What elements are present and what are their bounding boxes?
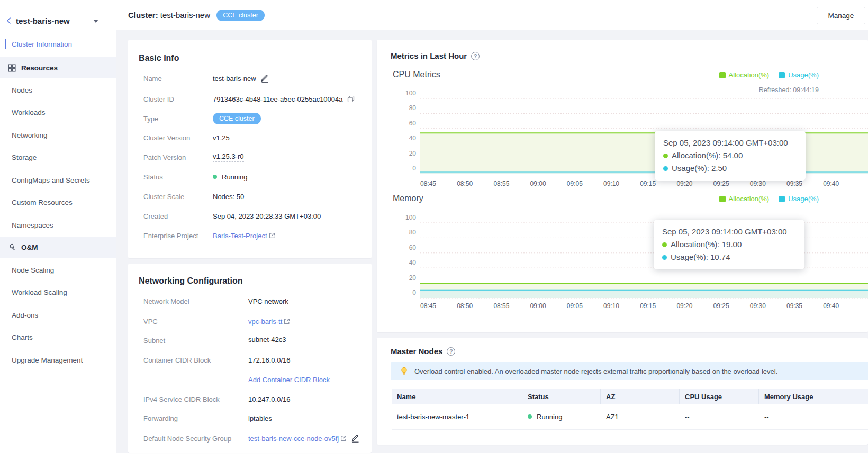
master-nodes-card: Master Nodes ? Overload control enabled.… xyxy=(377,338,868,445)
sidebar-section-om[interactable]: O&M xyxy=(0,237,116,258)
sidebar: test-baris-new Cluster Information Resou… xyxy=(0,0,116,460)
field-label: Patch Version xyxy=(143,154,213,161)
enterprise-project-link[interactable]: Baris-Test-Project xyxy=(213,232,267,240)
svg-text:60: 60 xyxy=(409,120,417,127)
cpu-chart-tooltip: Sep 05, 2023 09:14:00 GMT+03:00 Allocati… xyxy=(655,131,806,181)
svg-text:09:20: 09:20 xyxy=(676,302,692,310)
svg-text:20: 20 xyxy=(409,274,417,282)
tooltip-usage-value: Usage(%): 2.50 xyxy=(672,164,727,173)
master-node-cpu-usage: -- xyxy=(680,404,759,429)
svg-text:09:40: 09:40 xyxy=(823,302,839,310)
manage-button[interactable]: Manage xyxy=(817,7,865,24)
column-header-status[interactable]: Status xyxy=(522,389,601,404)
tooltip-allocation-line: Allocation(%): 19.00 xyxy=(662,238,796,251)
sidebar-item-workload-scaling[interactable]: Workload Scaling xyxy=(0,282,116,303)
column-header-name[interactable]: Name xyxy=(392,389,522,404)
svg-text:08:55: 08:55 xyxy=(493,302,509,310)
ipv4-cidr-value: 10.247.0.0/16 xyxy=(248,395,291,403)
networking-row-forwarding: Forwarding iptables xyxy=(143,412,360,425)
field-label: VPC xyxy=(143,318,248,326)
external-link-icon[interactable] xyxy=(340,435,347,441)
sidebar-item-charts[interactable]: Charts xyxy=(0,327,116,348)
sidebar-item-networking[interactable]: Networking xyxy=(0,124,116,146)
external-link-icon[interactable] xyxy=(284,318,290,324)
svg-text:09:30: 09:30 xyxy=(750,302,766,310)
svg-text:80: 80 xyxy=(409,229,417,236)
status-value: Running xyxy=(222,173,247,181)
top-header-bar: Cluster: test-baris-new CCE cluster Mana… xyxy=(116,0,868,30)
help-icon[interactable]: ? xyxy=(447,347,455,356)
vpc-link[interactable]: vpc-baris-tt xyxy=(248,318,282,326)
tooltip-allocation-value: Allocation(%): 54.00 xyxy=(672,151,743,160)
network-model-value: VPC network xyxy=(248,297,288,305)
svg-text:09:15: 09:15 xyxy=(640,180,656,187)
sidebar-item-add-ons[interactable]: Add-ons xyxy=(0,304,116,326)
field-label: Forwarding xyxy=(143,414,248,422)
sidebar-item-workloads[interactable]: Workloads xyxy=(0,102,116,123)
active-indicator xyxy=(5,39,6,49)
networking-row-add-cidr: Add Container CIDR Block xyxy=(143,373,360,386)
field-label: Cluster Scale xyxy=(143,193,213,201)
basic-info-row-type: Type CCE cluster xyxy=(143,112,360,125)
add-container-cidr-link[interactable]: Add Container CIDR Block xyxy=(248,376,330,384)
networking-row-subnet: Subnet subnet-42c3 xyxy=(143,334,360,347)
sidebar-item-label: Workloads xyxy=(12,109,46,116)
svg-text:09:25: 09:25 xyxy=(713,302,729,310)
field-label: Cluster ID xyxy=(143,95,213,103)
basic-info-row-name: Name test-baris-new xyxy=(143,72,360,85)
master-nodes-title-text: Master Nodes xyxy=(391,347,442,356)
cluster-id-value: 7913463c-4b48-11ee-a5ec-0255ac10004a xyxy=(213,95,343,103)
table-row: test-baris-new-master-1 Running AZ1 -- -… xyxy=(392,404,868,430)
svg-text:40: 40 xyxy=(409,259,417,266)
back-chevron-icon[interactable] xyxy=(6,17,11,26)
master-node-name: test-baris-new-master-1 xyxy=(392,404,522,429)
basic-info-title: Basic Info xyxy=(139,53,179,63)
sidebar-item-configmaps-and-secrets[interactable]: ConfigMaps and Secrets xyxy=(0,169,116,191)
edit-icon[interactable] xyxy=(260,74,269,83)
cluster-switcher[interactable]: test-baris-new xyxy=(0,6,116,24)
svg-text:100: 100 xyxy=(405,89,416,97)
sidebar-cluster-name: test-baris-new xyxy=(16,16,70,25)
svg-text:60: 60 xyxy=(409,244,417,251)
sidebar-item-label: Custom Resources xyxy=(12,199,73,206)
metrics-card: Metrics in Last Hour ? Refreshed: 09:44:… xyxy=(377,40,868,332)
sidebar-item-cluster-information[interactable]: Cluster Information xyxy=(0,33,116,55)
svg-text:08:45: 08:45 xyxy=(420,302,436,310)
field-label: Enterprise Project xyxy=(143,232,213,240)
basic-info-row-status: Status Running xyxy=(143,170,360,183)
copy-icon[interactable] xyxy=(347,95,355,103)
sidebar-item-node-scaling[interactable]: Node Scaling xyxy=(0,259,116,281)
cluster-type-badge: CCE cluster xyxy=(216,10,265,21)
field-label: Name xyxy=(143,75,213,83)
basic-info-row-cluster-id: Cluster ID 7913463c-4b48-11ee-a5ec-0255a… xyxy=(143,93,366,105)
svg-text:40: 40 xyxy=(409,134,417,142)
memory-chart-tooltip: Sep 05, 2023 09:14:00 GMT+03:00 Allocati… xyxy=(654,220,804,269)
field-label: Status xyxy=(143,173,213,181)
sidebar-item-namespaces[interactable]: Namespaces xyxy=(0,214,116,236)
svg-text:08:50: 08:50 xyxy=(457,180,473,187)
sidebar-item-custom-resources[interactable]: Custom Resources xyxy=(0,192,116,213)
security-group-link[interactable]: test-baris-new-cce-node-ov5fj xyxy=(248,435,339,443)
sidebar-item-label: Nodes xyxy=(12,86,32,94)
sidebar-item-label: Add-ons xyxy=(12,311,38,319)
tooltip-usage-line: Usage(%): 2.50 xyxy=(663,162,797,175)
external-link-icon[interactable] xyxy=(269,232,275,239)
sidebar-item-upgrade-management[interactable]: Upgrade Management xyxy=(0,349,116,371)
sidebar-item-storage[interactable]: Storage xyxy=(0,147,116,168)
column-header-memory-usage[interactable]: Memory Usage xyxy=(759,389,868,404)
sidebar-section-resources[interactable]: Resources xyxy=(0,57,116,78)
svg-text:0: 0 xyxy=(412,165,416,172)
basic-info-row-patch-version: Patch Version v1.25.3-r0 xyxy=(143,151,360,164)
status-dot xyxy=(213,175,217,179)
networking-row-ipv4-cidr: IPv4 Service CIDR Block 10.247.0.0/16 xyxy=(143,393,360,405)
column-header-cpu-usage[interactable]: CPU Usage xyxy=(680,389,759,404)
networking-row-security-group: Default Node Security Group test-baris-n… xyxy=(143,432,368,445)
chevron-down-icon[interactable] xyxy=(93,20,98,23)
edit-icon[interactable] xyxy=(351,434,360,443)
master-node-az: AZ1 xyxy=(601,404,680,429)
master-nodes-title: Master Nodes ? xyxy=(391,347,455,356)
column-header-az[interactable]: AZ xyxy=(601,389,680,404)
networking-row-network-model: Network Model VPC network xyxy=(143,295,360,308)
sidebar-item-nodes[interactable]: Nodes xyxy=(0,79,116,101)
svg-text:09:10: 09:10 xyxy=(603,302,619,310)
